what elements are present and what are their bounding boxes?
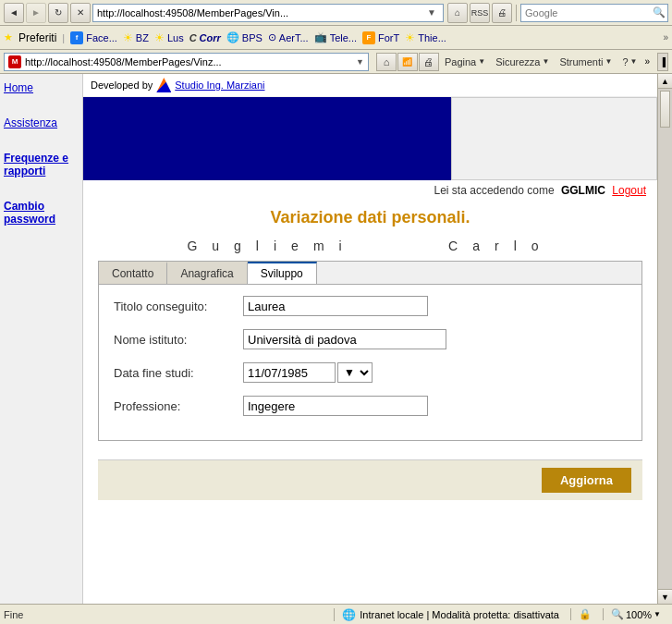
back-button[interactable]: ◄ <box>4 3 24 23</box>
feed-btn[interactable]: RSS <box>470 3 490 23</box>
bookmark-aert[interactable]: ⊙ AerT... <box>268 31 309 43</box>
istituto-input[interactable] <box>243 329 446 349</box>
bookmark-bz[interactable]: ☀ BZ <box>123 31 149 44</box>
secondary-address-input[interactable] <box>25 56 356 67</box>
star-icon: ★ <box>4 31 13 43</box>
page-title: Variazione dati personali. <box>98 208 642 227</box>
tab-anagrafica[interactable]: Anagrafica <box>167 262 247 284</box>
data-dropdown[interactable]: ▼ <box>337 362 373 383</box>
username-text: GGLMIC <box>561 184 605 197</box>
sidebar-item-cambio[interactable]: Cambio password <box>4 200 79 226</box>
print-btn[interactable]: 🖨 <box>492 3 512 23</box>
studio-link[interactable]: Studio Ing. Marziani <box>175 80 264 91</box>
bookmark-lus[interactable]: ☀ Lus <box>154 31 184 44</box>
bookmark-corr[interactable]: C Corr <box>189 32 221 43</box>
titolo-label: Titolo conseguito: <box>114 300 243 313</box>
bookmarks-label[interactable]: Preferiti <box>18 31 56 44</box>
print-secondary-btn[interactable]: 🖨 <box>419 53 439 71</box>
strumenti-btn[interactable]: Strumenti ▼ <box>555 53 617 71</box>
search-input[interactable] <box>525 7 653 18</box>
bookmark-bps[interactable]: 🌐 BPS <box>226 31 263 43</box>
dev-logo-triangle <box>156 78 171 92</box>
corr-icon: C <box>189 32 197 43</box>
sun-lus-icon: ☀ <box>154 31 165 44</box>
banner-blue <box>83 97 451 180</box>
nav-icons-group: ⌂ RSS 🖨 <box>447 3 512 23</box>
globe-status-icon: 🌐 <box>342 608 356 621</box>
bookmarks-more-icon[interactable]: » <box>663 32 668 43</box>
tab-sviluppo[interactable]: Sviluppo <box>248 262 317 284</box>
update-button[interactable]: Aggiorna <box>542 468 631 493</box>
page-btn[interactable]: Pagina ▼ <box>440 53 490 71</box>
sun-bz-icon: ☀ <box>123 31 133 44</box>
fort-icon: F <box>362 31 375 44</box>
stop-button[interactable]: ✕ <box>70 3 91 23</box>
tele-icon: 📺 <box>314 31 327 43</box>
sidebar-item-home[interactable]: Home <box>4 81 79 94</box>
scroll-down-btn[interactable]: ▼ <box>658 589 672 604</box>
scroll-up-btn[interactable]: ▲ <box>658 74 672 89</box>
sidebar-item-assistenza[interactable]: Assistenza <box>4 116 79 129</box>
home-nav-btn[interactable]: ⌂ <box>447 3 468 23</box>
zoom-icon: 🔍 <box>611 608 624 620</box>
zone-text: Intranet locale | Modalità protetta: dis… <box>360 609 559 620</box>
sidebar-toggle[interactable]: ▐ <box>657 53 668 71</box>
tab-contatto[interactable]: Contatto <box>99 262 167 284</box>
forward-button[interactable]: ► <box>26 3 46 23</box>
bookmark-fort[interactable]: F ForT <box>362 31 399 44</box>
nav-icons-secondary: ⌂ 📶 🖨 Pagina ▼ Sicurezza ▼ Strumenti ▼ ?… <box>376 53 652 71</box>
address-dropdown-icon[interactable]: ▼ <box>424 4 439 22</box>
professione-input[interactable] <box>243 396 428 416</box>
address-input[interactable] <box>97 7 424 18</box>
titolo-input[interactable] <box>243 296 428 316</box>
bookmark-tele[interactable]: 📺 Tele... <box>314 31 357 43</box>
banner-right <box>451 97 657 180</box>
bookmark-thie[interactable]: ☀ Thie... <box>405 31 446 44</box>
professione-label: Professione: <box>114 399 243 413</box>
globe-bps-icon: 🌐 <box>226 31 239 43</box>
thie-icon: ☀ <box>405 31 415 44</box>
nav-more-icon[interactable]: » <box>642 56 652 67</box>
logout-link[interactable]: Logout <box>612 184 646 197</box>
rss-btn[interactable]: 📶 <box>397 53 418 71</box>
facebook-icon: f <box>70 31 83 44</box>
user-name-display: Gugliemi Carlo <box>98 239 642 253</box>
lock-icon: 🔒 <box>579 608 592 620</box>
data-label: Data fine studi: <box>114 366 243 380</box>
sicurezza-btn[interactable]: Sicurezza ▼ <box>491 53 554 71</box>
status-text: Fine <box>4 609 330 620</box>
data-input[interactable] <box>243 362 336 383</box>
bookmark-face[interactable]: f Face... <box>70 31 117 44</box>
zoom-dropdown-icon[interactable]: ▼ <box>654 610 661 618</box>
aert-icon: ⊙ <box>268 31 276 43</box>
pagina-dropdown-icon: ▼ <box>478 57 485 66</box>
mcafee-icon: M <box>8 55 21 68</box>
sicurezza-dropdown-icon: ▼ <box>542 57 549 66</box>
strumenti-dropdown-icon: ▼ <box>605 57 612 66</box>
home-secondary-btn[interactable]: ⌂ <box>376 53 397 71</box>
refresh-button[interactable]: ↻ <box>48 3 68 23</box>
help-dropdown-icon: ▼ <box>630 57 638 66</box>
help-btn[interactable]: ? ▼ <box>617 53 641 71</box>
tab-content-sviluppo: Titolo conseguito: Nome istituto: Data f… <box>99 285 641 440</box>
istituto-label: Nome istituto: <box>114 333 243 347</box>
secondary-dropdown-icon[interactable]: ▼ <box>356 57 364 67</box>
sidebar-item-frequenze[interactable]: Frequenze e rapporti <box>4 152 79 177</box>
zoom-text: 100% <box>626 609 652 620</box>
search-icon: 🔍 <box>653 6 666 18</box>
user-access-text: Lei sta accedendo come <box>434 184 555 197</box>
developed-by-text: Developed by <box>91 80 153 91</box>
